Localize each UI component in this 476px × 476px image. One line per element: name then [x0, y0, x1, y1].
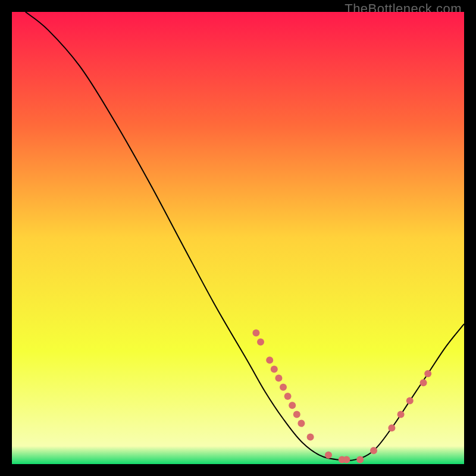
- data-marker: [275, 375, 282, 382]
- data-marker: [420, 379, 427, 386]
- data-marker: [406, 397, 414, 405]
- data-marker: [424, 370, 431, 377]
- data-marker: [293, 411, 300, 418]
- data-marker: [271, 365, 278, 372]
- chart-frame: [12, 12, 464, 464]
- data-marker: [307, 433, 314, 440]
- data-marker: [280, 384, 287, 391]
- data-marker: [284, 393, 292, 400]
- data-marker: [266, 356, 273, 364]
- data-marker: [356, 456, 364, 463]
- data-marker: [397, 411, 405, 418]
- data-marker: [298, 420, 305, 427]
- data-marker: [388, 424, 395, 431]
- chart-background: [12, 12, 464, 464]
- data-marker: [257, 339, 264, 346]
- data-marker: [370, 447, 377, 454]
- bottleneck-chart: [12, 12, 464, 464]
- data-marker: [252, 330, 259, 337]
- data-marker: [289, 402, 296, 409]
- data-marker: [325, 452, 332, 459]
- data-marker: [343, 456, 350, 463]
